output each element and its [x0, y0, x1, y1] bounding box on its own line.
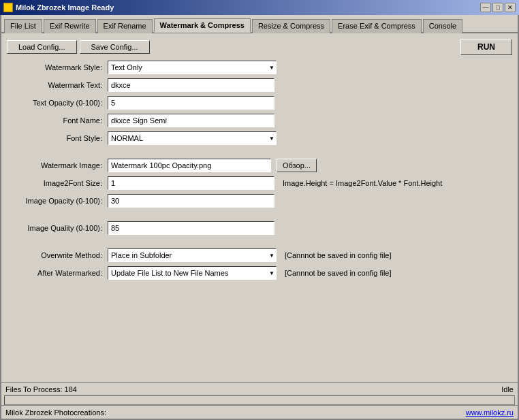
- image-quality-row: Image Quality (0-100):: [7, 221, 512, 235]
- tab-exif-rename[interactable]: Exif Rename: [97, 19, 153, 33]
- font-name-label: Font Name:: [7, 116, 102, 125]
- overwrite-method-select[interactable]: Place in Subfolder Overwrite Original Sa…: [108, 248, 277, 262]
- website-link[interactable]: www.milokz.ru: [466, 408, 514, 417]
- watermark-style-label: Watermark Style:: [7, 63, 102, 71]
- save-config-button[interactable]: Save Config...: [80, 40, 150, 54]
- maximize-button[interactable]: □: [492, 3, 503, 12]
- watermark-style-select[interactable]: Text Only Image Only Text and Image: [108, 61, 277, 74]
- files-to-process: Files To Process: 184: [5, 385, 77, 393]
- load-config-button[interactable]: Load Config...: [7, 40, 77, 54]
- minimize-button[interactable]: —: [480, 3, 491, 12]
- window-title: Milok Zbrozek Image Ready: [16, 3, 114, 12]
- font-style-label: Font Style:: [7, 134, 102, 142]
- status-bar: Files To Process: 184 Idle: [1, 382, 518, 395]
- tab-file-list[interactable]: File List: [4, 19, 42, 33]
- tab-exif-rewrite[interactable]: Exif Rewrite: [44, 19, 96, 33]
- after-watermarked-note: [Cannnot be saved in config file]: [285, 269, 392, 277]
- watermark-style-row: Watermark Style: Text Only Image Only Te…: [7, 61, 512, 74]
- run-button[interactable]: RUN: [460, 39, 512, 55]
- image-opacity-input[interactable]: [108, 194, 274, 208]
- watermark-image-label: Watermark Image:: [7, 161, 102, 169]
- progress-bar: [4, 395, 515, 405]
- image2font-label: Image2Font Size:: [7, 179, 102, 187]
- after-watermarked-select[interactable]: Update File List to New File Names Do No…: [108, 266, 277, 280]
- main-window: File List Exif Rewrite Exif Rename Water…: [0, 15, 519, 420]
- close-button[interactable]: ✕: [505, 3, 516, 12]
- form-area: Watermark Style: Text Only Image Only Te…: [7, 61, 512, 376]
- after-watermarked-label: After Watermarked:: [7, 269, 102, 277]
- title-bar: Milok Zbrozek Image Ready — □ ✕: [0, 0, 519, 15]
- bottom-label: Milok Zbrozek Photocreations:: [5, 408, 106, 417]
- tab-erase-exif[interactable]: Erase Exif & Compress: [332, 19, 422, 33]
- tab-resize-compress[interactable]: Resize & Compress: [252, 19, 330, 33]
- font-style-row: Font Style: NORMAL BOLD ITALIC BOLD ITAL…: [7, 131, 512, 145]
- toolbar: Load Config... Save Config... RUN: [7, 39, 512, 55]
- font-name-input[interactable]: [108, 114, 274, 127]
- watermark-image-input[interactable]: [108, 159, 271, 172]
- watermark-text-input[interactable]: [108, 78, 274, 92]
- bottom-bar: Milok Zbrozek Photocreations: www.milokz…: [1, 405, 518, 419]
- after-watermarked-row: After Watermarked: Update File List to N…: [7, 266, 512, 280]
- image-opacity-row: Image Opacity (0-100):: [7, 194, 512, 208]
- tab-console[interactable]: Console: [423, 19, 462, 33]
- app-icon: [3, 3, 13, 12]
- text-opacity-row: Text Opacity (0-100):: [7, 96, 512, 110]
- font-name-row: Font Name:: [7, 114, 512, 127]
- state-label: Idle: [501, 385, 514, 393]
- watermark-image-row: Watermark Image: Обзор...: [7, 159, 512, 172]
- tab-bar: File List Exif Rewrite Exif Rename Water…: [1, 15, 518, 33]
- watermark-text-row: Watermark Text:: [7, 78, 512, 92]
- browse-button[interactable]: Обзор...: [277, 159, 317, 172]
- overwrite-method-row: Overwrite Method: Place in Subfolder Ove…: [7, 248, 512, 262]
- font-style-select[interactable]: NORMAL BOLD ITALIC BOLD ITALIC: [108, 131, 277, 145]
- content-area: Load Config... Save Config... RUN Waterm…: [1, 33, 518, 382]
- image2font-input[interactable]: [108, 176, 274, 190]
- tab-watermark-compress[interactable]: Watermark & Compress: [154, 18, 251, 33]
- text-opacity-input[interactable]: [108, 96, 274, 110]
- text-opacity-label: Text Opacity (0-100):: [7, 99, 102, 107]
- image-opacity-label: Image Opacity (0-100):: [7, 197, 102, 205]
- overwrite-method-label: Overwrite Method:: [7, 251, 102, 259]
- watermark-text-label: Watermark Text:: [7, 81, 102, 89]
- image2font-row: Image2Font Size: Image.Height = Image2Fo…: [7, 176, 512, 190]
- image-quality-label: Image Quality (0-100):: [7, 224, 102, 232]
- image-quality-input[interactable]: [108, 221, 274, 235]
- overwrite-method-note: [Cannnot be saved in config file]: [285, 251, 392, 259]
- image2font-note: Image.Height = Image2Font.Value * Font.H…: [283, 179, 442, 187]
